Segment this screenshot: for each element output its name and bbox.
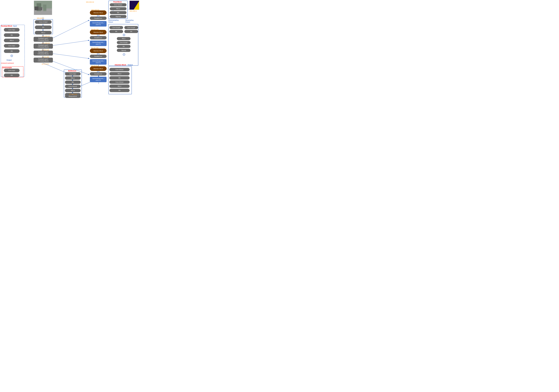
dim-80x80x128-up: 80×80×128: [91, 29, 98, 30]
ds-output-label: Downsampling Output: [108, 19, 119, 23]
rb-conv-k3p1-1: Conv k3p1: [4, 28, 19, 32]
bn-bn: BN: [65, 80, 81, 84]
downsample-label: downsample: [2, 67, 12, 69]
rb-conv-k1p1: Conv k1p1: [4, 69, 19, 72]
final-detail-conv1: Conv k3s1p1: [109, 68, 130, 71]
attn-bn-1: BN: [109, 30, 123, 33]
attn-conv-k1s1p0-3: Conv k1s1p0: [117, 41, 130, 44]
residual-plus: +: [10, 55, 13, 57]
final-detail-relu2: RELU: [109, 85, 130, 88]
bn-relu-1: RELU: [65, 76, 81, 80]
attn-plus: +: [123, 34, 125, 36]
attn-bn-3: BN: [117, 45, 130, 48]
doubleconv-4: DoubleConv: [90, 72, 107, 76]
res-layer4: Residual Layer4 3 Residual Blocks: [34, 58, 53, 62]
svg-line-9: [51, 40, 89, 46]
final-detail-relu: RELU: [109, 72, 130, 75]
upsample-3: Upsampling(scale_f actor=2): [90, 59, 107, 65]
attn-output-label: Output: [128, 64, 133, 66]
upsample-4: Upsampling(scale_f actor=2): [90, 77, 107, 82]
attn-block-2: Attention Block: [90, 30, 107, 35]
attn-conv-k1s1p0-2: Conv k1s1p0: [124, 26, 138, 29]
final-detail-conv2: Conv k3s1p1: [109, 80, 130, 84]
dim-160x160x64-up: 160×160×64: [91, 9, 99, 11]
svg-line-10: [51, 53, 89, 59]
final-bn: BN: [110, 11, 126, 14]
attn-conv-k1s1p0-1: Conv k1s1p0: [109, 26, 123, 29]
final-conv-k3s1p1: Conv k3s1p1: [110, 3, 126, 6]
doubleconv-1: DoubleConv: [90, 17, 107, 20]
attn-block-1: Attention Block: [90, 10, 107, 15]
input-label: Input: [13, 25, 17, 27]
inchannel-label: Inchannel<outchannel: [1, 62, 14, 64]
rb-bn-2: BN: [4, 49, 19, 53]
final-block-title: Final Block: [113, 1, 122, 3]
rb-conv-k3p1-2: Conv k3p1: [4, 44, 19, 48]
final-relu: RELU: [110, 7, 126, 10]
rb-bn-ds: BN: [4, 73, 19, 77]
final-detail-bn1: BN: [109, 76, 130, 80]
dim-40x40x256-up: 40×40×256: [91, 47, 98, 49]
conv-k7s2p3: Conv k7s2p3: [35, 20, 52, 24]
input-photo: [34, 1, 52, 15]
doubleconv-2: DoubleConv: [90, 36, 107, 39]
diagram: Residual Block Input Conv k3p1 BN RELU C…: [0, 0, 140, 98]
res-layer2: Residual Layer2 4 Residual Blocks: [34, 44, 53, 49]
residual-block-title: Residual Block: [1, 25, 12, 27]
dim-320x320x1: 320×320×1: [130, 10, 137, 12]
us-output-label: Upsampling Output: [125, 19, 133, 23]
svg-rect-29: [43, 5, 46, 11]
res-layer1: Residual Layer1 3 Residual Blocks: [34, 37, 53, 42]
attn-sigmoid: Sigmoid: [117, 49, 130, 52]
dim-20x20x512: 20×20×512: [42, 63, 49, 65]
final-sigmoid: Sigmoid: [110, 15, 126, 18]
upsample-1: Upsampling(scale_f actor=2): [90, 21, 107, 27]
bottleneck-title: Bottleneck: [68, 70, 76, 72]
attn-detail-title: Attention Block: [115, 64, 126, 66]
rb-bn-1: BN: [4, 33, 19, 37]
main-bn: BN: [35, 26, 52, 29]
dim-320x320x32: 320×320×32: [86, 1, 94, 3]
svg-rect-30: [35, 7, 38, 10]
rb-relu-1: RELU: [4, 39, 19, 42]
doubleconv-3: DoubleConv: [90, 55, 107, 58]
attn-x: ×: [123, 53, 125, 56]
bn-conv-k3p1d2: Conv k3p1d2: [65, 85, 81, 88]
output-image: [130, 1, 139, 10]
bn-relu-2: RELU: [65, 89, 81, 92]
res-layer3: Residual Layer3 6 Residual Blocks: [34, 51, 53, 55]
dim-320x320x3: 320×320×3: [37, 18, 44, 19]
attn-block-4: Attention Block: [90, 66, 107, 71]
svg-rect-31: [39, 7, 42, 10]
main-relu: RELU: [35, 31, 52, 35]
rb-output-label: Output: [7, 59, 12, 61]
svg-line-8: [51, 20, 89, 39]
dim-20x20x512-up: 20×20×512: [91, 65, 98, 67]
attn-bn-2: BN: [124, 30, 138, 33]
bn-conv-k3p1: Conv k3p1: [65, 72, 81, 76]
dim-10x10x1024: 10×10×1024: [69, 94, 77, 95]
attn-relu: RELU: [117, 37, 130, 40]
final-detail-bn2: BN: [109, 89, 130, 92]
attn-block-3: Attention Block: [90, 48, 107, 53]
upsample-2: Upsampling(scale_f actor=2): [90, 41, 107, 46]
